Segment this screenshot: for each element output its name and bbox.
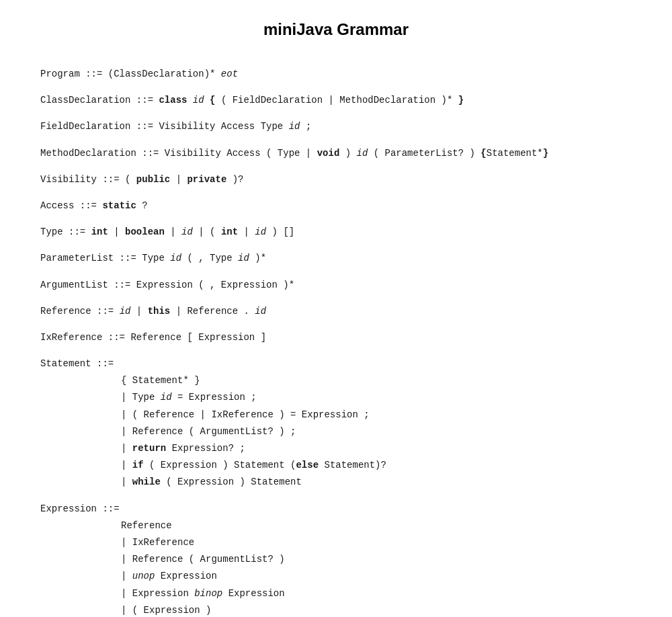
- page-title: miniJava Grammar: [40, 20, 632, 39]
- rule-program: Program ::= (ClassDeclaration)* eot: [40, 66, 632, 83]
- rule-methoddeclaration: MethodDeclaration ::= Visibility Access …: [40, 145, 632, 162]
- rule-type: Type ::= int | boolean | id | ( int | id…: [40, 224, 632, 241]
- rule-access: Access ::= static ?: [40, 198, 632, 214]
- rule-classdeclaration: ClassDeclaration ::= class id { ( FieldD…: [40, 92, 632, 109]
- rule-expression: Expression ::= Reference | IxReference |…: [40, 501, 632, 617]
- rule-fielddeclaration: FieldDeclaration ::= Visibility Access T…: [40, 118, 632, 135]
- grammar-content: Program ::= (ClassDeclaration)* eot Clas…: [40, 66, 632, 617]
- rule-reference: Reference ::= id | this | Reference . id: [40, 303, 632, 320]
- rule-argumentlist: ArgumentList ::= Expression ( , Expressi…: [40, 277, 632, 294]
- rule-ixreference: IxReference ::= Reference [ Expression ]: [40, 329, 632, 346]
- rule-parameterlist: ParameterList ::= Type id ( , Type id )*: [40, 250, 632, 267]
- rule-statement: Statement ::= { Statement* } | Type id =…: [40, 356, 632, 491]
- rule-visibility: Visibility ::= ( public | private )?: [40, 171, 632, 188]
